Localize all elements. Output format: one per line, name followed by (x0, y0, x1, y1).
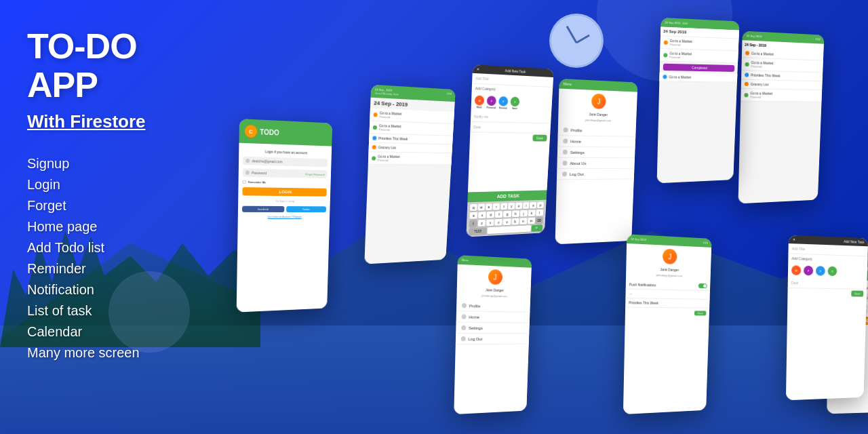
settings-body: J Jane Danger johndangr@gmail.com Push N… (623, 243, 711, 414)
remember-checkbox[interactable] (243, 180, 246, 184)
phone-task-list-right: 24 Sep 2019 2/10 24 Sep - 2019 Go to a M… (738, 31, 824, 204)
email-input[interactable]: deatcha@gmail.com (243, 157, 328, 167)
notif-toggle[interactable] (698, 283, 707, 288)
add2-personal[interactable]: P (804, 266, 813, 276)
key-l[interactable]: l (536, 210, 543, 216)
key-p[interactable]: p (537, 202, 544, 209)
drawer-profile[interactable]: Profile (558, 125, 636, 137)
login-tagline: Login if you have an account (243, 149, 328, 155)
save-button[interactable]: Save (532, 135, 547, 142)
close-icon[interactable]: ✕ (477, 67, 479, 72)
key-u[interactable]: u (515, 203, 522, 210)
clock-face (549, 14, 604, 68)
or-divider: Or Sign In using (242, 199, 326, 203)
task-item-5[interactable]: Go to a Market Personal (368, 152, 452, 165)
key-search[interactable]: 🔍 (532, 224, 542, 231)
key-backspace[interactable]: ⌫ (535, 217, 542, 224)
add2-save-btn[interactable]: Save (851, 290, 863, 296)
add2-date-field[interactable]: Date (788, 278, 867, 290)
info-icon (562, 161, 567, 165)
cat-personal[interactable]: P Personal (486, 96, 496, 109)
key-123[interactable]: ?123 (469, 227, 486, 235)
drawer-home[interactable]: Home (557, 136, 635, 147)
cat-work[interactable]: W Work (475, 96, 485, 109)
key-c[interactable]: c (494, 219, 502, 226)
drawer-settings[interactable]: Settings (557, 147, 635, 159)
task-dot (372, 136, 376, 140)
key-r[interactable]: r (493, 203, 500, 210)
key-z[interactable]: z (478, 220, 486, 226)
category-circles: W Work P Personal R Remind S (471, 92, 552, 113)
facebook-button[interactable]: facebook (242, 206, 284, 212)
login-button[interactable]: LOGIN (242, 187, 326, 197)
work-icon: W (475, 96, 484, 106)
key-e[interactable]: e (486, 203, 493, 210)
cat-save[interactable]: S Save (510, 97, 519, 111)
phone-settings: 24 Sep 2019 2/10 J Jane Danger johndangr… (623, 234, 712, 414)
register-link[interactable]: Don't have an Account ? Register (242, 216, 326, 218)
save-settings-btn[interactable]: Save (694, 311, 707, 315)
features-list: Signup Login Forget Home page Add Todo l… (27, 156, 203, 361)
key-k[interactable]: k (528, 210, 535, 216)
key-h[interactable]: h (511, 210, 519, 217)
key-t[interactable]: t (500, 203, 508, 210)
drawer-settings-sm[interactable]: Settings (456, 323, 530, 334)
key-y[interactable]: y (508, 203, 515, 210)
key-x[interactable]: x (486, 219, 494, 226)
completed-badge: Completed (663, 64, 735, 72)
key-v[interactable]: v (503, 218, 511, 225)
password-input[interactable]: Password Forgot Password (243, 168, 328, 178)
drawer-logout-sm[interactable]: Log Out (456, 334, 530, 344)
drawer-logout[interactable]: Log Out (557, 169, 634, 180)
login-screen: C TODO Login if you have an account deat… (237, 119, 333, 312)
clock-icon (549, 14, 610, 75)
settings-avatar: J (663, 249, 677, 264)
add-task-2-screen: ✕ Add New Task Add Title Add Category W … (786, 235, 868, 400)
close-icon-2[interactable]: ✕ (793, 237, 795, 241)
key-o[interactable]: o (530, 202, 536, 209)
key-a[interactable]: a (469, 212, 477, 219)
task-dot (372, 156, 376, 160)
drawer-profile-sm[interactable]: Profile (456, 300, 530, 313)
key-b[interactable]: b (511, 218, 519, 225)
cat-remind[interactable]: R Remind (498, 96, 508, 110)
home-icon (563, 138, 568, 143)
key-q[interactable]: q (470, 204, 477, 211)
key-d[interactable]: d (487, 212, 495, 218)
key-g[interactable]: g (503, 211, 511, 218)
key-space[interactable] (487, 225, 532, 234)
phone-add-task: ✕ Add New Task Add Title Add Category W … (466, 64, 553, 237)
key-j[interactable]: j (519, 210, 527, 217)
key-n[interactable]: n (519, 218, 527, 224)
cal-task-2[interactable]: Go to a Market Personal (660, 49, 738, 63)
add2-remind[interactable]: R (816, 266, 825, 276)
add2-work[interactable]: W (791, 265, 801, 275)
key-f[interactable]: f (495, 211, 503, 218)
date-field[interactable]: Date (470, 122, 551, 134)
key-shift[interactable]: ⇧ (469, 220, 477, 226)
main-content: TO-DO APP With Firestore Signup Login Fo… (0, 0, 868, 434)
cal-task-3[interactable]: Go to a Market (659, 73, 737, 83)
key-i[interactable]: i (523, 202, 530, 209)
key-s[interactable]: s (478, 212, 486, 218)
tl-task-5[interactable]: Go to a Market Personal (741, 89, 822, 102)
forgot-link[interactable]: Forgot Password (305, 172, 325, 176)
key-m[interactable]: m (528, 218, 535, 224)
logo-text: TODO (260, 128, 279, 137)
phone-profile-small: Menu J Jane Danger johndangr@gmail.com P… (454, 255, 532, 414)
add2-save[interactable]: S (827, 267, 837, 276)
add-task-title: Add New Task (505, 68, 526, 74)
phone-add-task-2: ✕ Add New Task Add Title Add Category W … (786, 235, 868, 400)
drawer-home-sm[interactable]: Home (456, 311, 530, 323)
logo-circle: C (245, 125, 258, 138)
profile-email: johndangr@gmail.com (558, 117, 636, 123)
settings-date: 24 Sep 2019 (631, 237, 646, 241)
user-icon (245, 159, 250, 163)
logout-icon (562, 172, 567, 176)
settings-screen: 24 Sep 2019 2/10 J Jane Danger johndangr… (623, 234, 712, 414)
key-w[interactable]: w (477, 203, 485, 210)
twitter-button[interactable]: Twitter (286, 206, 326, 212)
drawer-about[interactable]: About Us (557, 158, 635, 169)
remember-row: Remember Me (243, 180, 327, 185)
feature-more: Many more screen (27, 345, 203, 361)
